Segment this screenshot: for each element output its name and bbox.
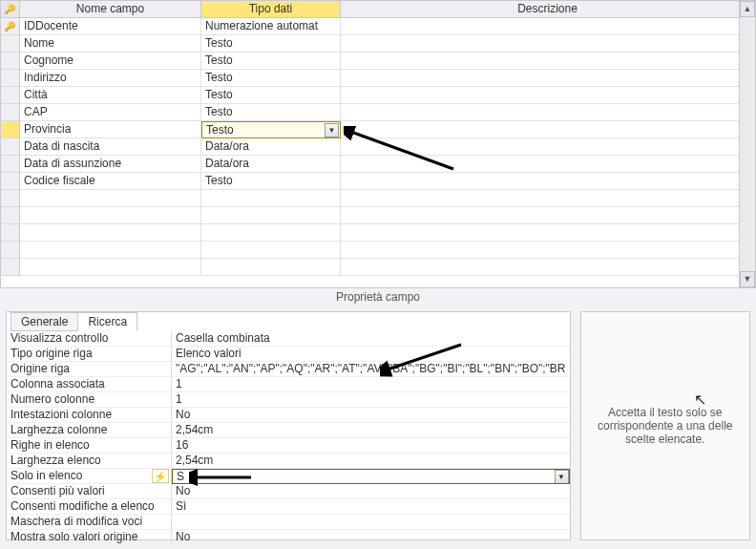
field-name-cell[interactable]: Città xyxy=(20,87,201,104)
row-selector[interactable] xyxy=(1,104,20,121)
column-header-data-type[interactable]: Tipo dati xyxy=(201,1,341,18)
description-cell[interactable] xyxy=(341,87,755,104)
description-cell[interactable] xyxy=(341,18,755,35)
table-row[interactable] xyxy=(1,259,755,276)
property-row[interactable]: Righe in elenco16 xyxy=(7,438,570,454)
row-selector[interactable] xyxy=(1,53,20,70)
property-value[interactable]: No xyxy=(172,408,570,423)
row-selector[interactable] xyxy=(1,87,20,104)
table-row[interactable]: CittàTesto xyxy=(1,87,755,104)
description-cell[interactable] xyxy=(341,104,755,121)
field-name-cell[interactable]: Data di nascita xyxy=(20,138,201,156)
row-selector[interactable] xyxy=(1,121,20,138)
property-value[interactable]: Casella combinata xyxy=(172,331,570,347)
property-value[interactable]: 2,54cm xyxy=(172,454,570,469)
data-type-cell[interactable]: Data/ora xyxy=(201,138,341,156)
property-value[interactable]: Elenco valori xyxy=(172,347,570,362)
tab-lookup[interactable]: Ricerca xyxy=(77,312,137,331)
property-value[interactable]: 1 xyxy=(172,377,570,392)
data-type-cell[interactable] xyxy=(201,242,341,259)
table-row[interactable]: Data di assunzioneData/ora xyxy=(1,156,755,173)
property-row[interactable]: Colonna associata1 xyxy=(7,377,570,392)
scroll-up-button[interactable]: ▲ xyxy=(740,1,755,17)
data-type-cell[interactable] xyxy=(201,190,341,207)
description-cell[interactable] xyxy=(341,70,755,87)
field-name-cell[interactable] xyxy=(20,207,201,224)
property-value[interactable]: 1 xyxy=(172,392,570,408)
field-name-cell[interactable] xyxy=(20,242,201,259)
property-value[interactable]: No xyxy=(172,484,570,499)
data-type-cell[interactable]: Testo xyxy=(201,173,341,190)
table-row[interactable]: CognomeTesto xyxy=(1,53,755,70)
column-header-field-name[interactable]: Nome campo xyxy=(20,1,201,18)
table-row[interactable]: CAPTesto xyxy=(1,104,755,121)
field-name-cell[interactable]: Nome xyxy=(20,35,201,53)
property-row[interactable]: Maschera di modifica voci xyxy=(7,515,570,530)
table-row[interactable]: NomeTesto xyxy=(1,35,755,53)
row-selector[interactable] xyxy=(1,207,20,224)
property-value[interactable]: 16 xyxy=(172,438,570,454)
table-row[interactable]: Data di nascitaData/ora xyxy=(1,138,755,156)
row-selector[interactable] xyxy=(1,242,20,259)
row-selector[interactable] xyxy=(1,156,20,173)
scroll-down-button[interactable]: ▼ xyxy=(740,271,755,287)
description-cell[interactable] xyxy=(341,173,755,190)
property-dropdown-button[interactable]: ▼ xyxy=(555,470,569,484)
field-name-cell[interactable]: Codice fiscale xyxy=(20,173,201,190)
row-selector[interactable] xyxy=(1,259,20,276)
table-row[interactable]: ProvinciaTesto▼ xyxy=(1,121,755,138)
description-cell[interactable] xyxy=(341,242,755,259)
property-row[interactable]: Mostra solo valori origineNo xyxy=(7,530,570,545)
description-cell[interactable] xyxy=(341,259,755,276)
table-row[interactable] xyxy=(1,224,755,242)
data-type-dropdown-button[interactable]: ▼ xyxy=(325,123,339,137)
data-type-cell[interactable]: Testo xyxy=(201,70,341,87)
data-type-cell[interactable] xyxy=(201,224,341,242)
row-selector[interactable] xyxy=(1,173,20,190)
row-selector[interactable] xyxy=(1,70,20,87)
row-selector[interactable] xyxy=(1,224,20,242)
description-cell[interactable] xyxy=(341,156,755,173)
property-row[interactable]: Visualizza controlloCasella combinata xyxy=(7,331,570,347)
row-selector-header[interactable]: 🔑 xyxy=(1,1,20,18)
table-row[interactable] xyxy=(1,242,755,259)
field-name-cell[interactable]: Provincia xyxy=(20,121,201,138)
row-selector[interactable] xyxy=(1,35,20,53)
row-selector[interactable] xyxy=(1,190,20,207)
data-type-cell[interactable]: Data/ora xyxy=(201,156,341,173)
description-cell[interactable] xyxy=(341,121,755,138)
property-value[interactable]: Sì xyxy=(172,499,570,515)
table-row[interactable]: IndirizzoTesto xyxy=(1,70,755,87)
property-row[interactable]: Larghezza colonne2,54cm xyxy=(7,423,570,438)
vertical-scrollbar[interactable]: ▲ ▼ xyxy=(739,1,755,287)
field-name-cell[interactable]: IDDocente xyxy=(20,18,201,35)
property-value[interactable]: "AG";"AL";"AN";"AP";"AQ";"AR";"AT";"AV";… xyxy=(172,362,570,377)
table-row[interactable]: Codice fiscaleTesto xyxy=(1,173,755,190)
property-value[interactable]: No xyxy=(172,530,570,545)
table-row[interactable] xyxy=(1,190,755,207)
column-header-description[interactable]: Descrizione xyxy=(341,1,755,18)
field-name-cell[interactable] xyxy=(20,224,201,242)
table-row[interactable] xyxy=(1,207,755,224)
property-row[interactable]: Consenti modifiche a elencoSì xyxy=(7,499,570,515)
property-value[interactable]: 2,54cm xyxy=(172,423,570,438)
row-selector[interactable]: 🔑 xyxy=(1,18,20,35)
description-cell[interactable] xyxy=(341,53,755,70)
property-row[interactable]: Tipo origine rigaElenco valori xyxy=(7,347,570,362)
data-type-cell[interactable]: Testo▼ xyxy=(201,121,341,138)
table-row[interactable]: 🔑IDDocenteNumerazione automat xyxy=(1,18,755,35)
property-value[interactable]: S▼ xyxy=(172,469,570,484)
data-type-cell[interactable]: Numerazione automat xyxy=(201,18,341,35)
data-type-cell[interactable]: Testo xyxy=(201,53,341,70)
property-row[interactable]: Solo in elenco⚡S▼ xyxy=(7,469,570,484)
data-type-cell[interactable]: Testo xyxy=(201,104,341,121)
data-type-cell[interactable] xyxy=(201,259,341,276)
field-name-cell[interactable] xyxy=(20,259,201,276)
property-row[interactable]: Larghezza elenco2,54cm xyxy=(7,454,570,469)
tab-general[interactable]: Generale xyxy=(10,312,78,331)
data-type-cell[interactable] xyxy=(201,207,341,224)
description-cell[interactable] xyxy=(341,138,755,156)
property-row[interactable]: Intestazioni colonneNo xyxy=(7,408,570,423)
row-selector[interactable] xyxy=(1,138,20,156)
property-row[interactable]: Numero colonne1 xyxy=(7,392,570,408)
